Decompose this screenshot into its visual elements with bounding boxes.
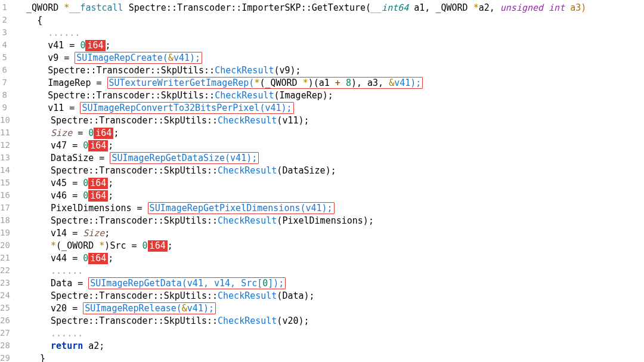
api-call: SUImageRepGetDataSize(v41); (112, 153, 257, 163)
line-content: Spectre::Transcoder::SkpUtils::CheckResu… (18, 215, 374, 227)
line-content: Spectre::Transcoder::SkpUtils::CheckResu… (16, 64, 301, 77)
param-type: __int64 (371, 2, 408, 13)
code-line: 2 { (0, 14, 586, 27)
line-content: { (16, 14, 42, 27)
line-number: 18 (0, 215, 18, 227)
code-line: 14 Spectre::Transcoder::SkpUtils::CheckR… (0, 165, 586, 177)
code-line: 23 Data = SUImageRepGetData(v41, v14, Sr… (0, 277, 586, 290)
api-call: SUImageRepConvertTo32BitsPerPixel(v41); (82, 103, 292, 113)
code-line: 12 v47 = 0i64; (0, 140, 586, 152)
code-line: 25 v20 = SUImageRepRelease(&v41); (0, 302, 586, 315)
line-number: 5 (0, 52, 16, 64)
code-line: 5 v9 = SUImageRepCreate(&v41); (0, 52, 586, 64)
line-content: v47 = 0i64; (18, 140, 114, 152)
line-number: 23 (0, 277, 18, 290)
calling-conv: __fastcall (69, 2, 128, 13)
highlight-box: SUTextureWriterGetImageRep(*(_QWORD *)(a… (107, 77, 423, 89)
line-content: ...... (16, 27, 80, 39)
code-line: 7 ImageRep = SUTextureWriterGetImageRep(… (0, 77, 586, 89)
ellipsis: ...... (51, 328, 83, 339)
line-content: ...... (18, 327, 83, 340)
line-number: 17 (0, 202, 18, 215)
code-body[interactable]: 1 _QWORD *__fastcall Spectre::Transcoder… (0, 2, 586, 362)
line-number: 28 (0, 340, 18, 352)
line-content: } (18, 352, 45, 362)
code-line: 21 v44 = 0i64; (0, 252, 586, 265)
i64-suffix-highlight: i64 (88, 140, 108, 151)
highlight-box: SUImageRepGetData(v41, v14, Src[0]); (88, 277, 286, 289)
line-content: v14 = Size; (18, 227, 110, 240)
line-number: 16 (0, 190, 18, 202)
ret-type: _QWORD (26, 2, 64, 13)
line-number: 4 (0, 39, 16, 52)
code-line: 22 ...... (0, 265, 586, 277)
check-result: CheckResult (215, 65, 274, 76)
i64-suffix-highlight: i64 (148, 240, 168, 252)
line-number: 14 (0, 165, 18, 177)
line-number: 19 (0, 227, 18, 240)
i64-suffix-highlight: i64 (85, 40, 105, 51)
code-line: 9 v11 = SUImageRepConvertTo32BitsPerPixe… (0, 102, 586, 115)
code-line: 19 v14 = Size; (0, 227, 586, 240)
code-line: 17 PixelDimensions = SUImageRepGetPixelD… (0, 202, 586, 215)
param-name: a3) (565, 2, 586, 13)
highlight-box: SUImageRepConvertTo32BitsPerPixel(v41); (80, 102, 293, 114)
line-number: 10 (0, 115, 18, 127)
highlight-box: SUImageRepRelease(&v41); (83, 302, 216, 314)
line-number: 8 (0, 89, 16, 102)
line-number: 1 (0, 2, 16, 14)
line-content: Data = SUImageRepGetData(v41, v14, Src[0… (18, 277, 286, 290)
close-brace: } (40, 353, 45, 362)
line-content: PixelDimensions = SUImageRepGetPixelDime… (18, 202, 335, 215)
i64-suffix-highlight: i64 (88, 253, 108, 264)
line-number: 13 (0, 152, 18, 165)
ellipsis: ...... (48, 27, 80, 38)
line-content: v9 = SUImageRepCreate(&v41); (16, 52, 202, 64)
line-content: _QWORD *__fastcall Spectre::Transcoder::… (16, 2, 586, 14)
code-line: 13 DataSize = SUImageRepGetDataSize(v41)… (0, 152, 586, 165)
code-block: 1 _QWORD *__fastcall Spectre::Transcoder… (0, 0, 586, 362)
line-content: v20 = SUImageRepRelease(&v41); (18, 302, 216, 315)
line-number: 25 (0, 302, 18, 315)
line-number: 15 (0, 177, 18, 190)
line-content: DataSize = SUImageRepGetDataSize(v41); (18, 152, 259, 165)
code-line: 29 } (0, 352, 586, 362)
line-content: *(_OWORD *)Src = 0i64; (18, 240, 173, 252)
i64-suffix-highlight: i64 (94, 128, 113, 139)
line-number: 29 (0, 352, 18, 362)
line-number: 21 (0, 252, 18, 265)
highlight-box: SUImageRepGetDataSize(v41); (110, 152, 259, 164)
line-number: 6 (0, 64, 16, 77)
line-content: v44 = 0i64; (18, 252, 114, 265)
line-number: 24 (0, 290, 18, 302)
line-number: 20 (0, 240, 18, 252)
line-number: 27 (0, 327, 18, 340)
local-var: Size (51, 128, 72, 138)
line-number: 26 (0, 315, 18, 327)
line-content: Size = 0i64; (18, 127, 119, 140)
pointer-star: * (64, 2, 69, 13)
line-number: 22 (0, 265, 18, 277)
code-line: 24 Spectre::Transcoder::SkpUtils::CheckR… (0, 290, 586, 302)
open-brace: { (37, 15, 42, 26)
param-type: unsigned int (500, 2, 565, 13)
line-number: 3 (0, 27, 16, 39)
line-number: 12 (0, 140, 18, 152)
api-call: SUImageRepGetPixelDimensions(v41); (150, 203, 333, 214)
code-line: 20 *(_OWORD *)Src = 0i64; (0, 240, 586, 252)
line-number: 7 (0, 77, 16, 89)
line-content: Spectre::Transcoder::SkpUtils::CheckResu… (18, 315, 309, 327)
line-content: v45 = 0i64; (18, 177, 114, 190)
api-call: SUImageRepGetData(v41, v14, Src[ (90, 278, 262, 289)
ellipsis: ...... (51, 265, 83, 276)
param-type: _QWORD (435, 2, 473, 13)
code-line: 1 _QWORD *__fastcall Spectre::Transcoder… (0, 2, 586, 14)
code-line: 26 Spectre::Transcoder::SkpUtils::CheckR… (0, 315, 586, 327)
func-qualified-name: Spectre::Transcoder::ImporterSKP::GetTex… (129, 2, 366, 13)
line-content: Spectre::Transcoder::SkpUtils::CheckResu… (18, 290, 315, 302)
line-number: 11 (0, 127, 18, 140)
code-line: 3 ...... (0, 27, 586, 39)
line-content: v11 = SUImageRepConvertTo32BitsPerPixel(… (16, 102, 294, 115)
line-content: v41 = 0i64; (16, 39, 111, 52)
line-number: 2 (0, 14, 16, 27)
